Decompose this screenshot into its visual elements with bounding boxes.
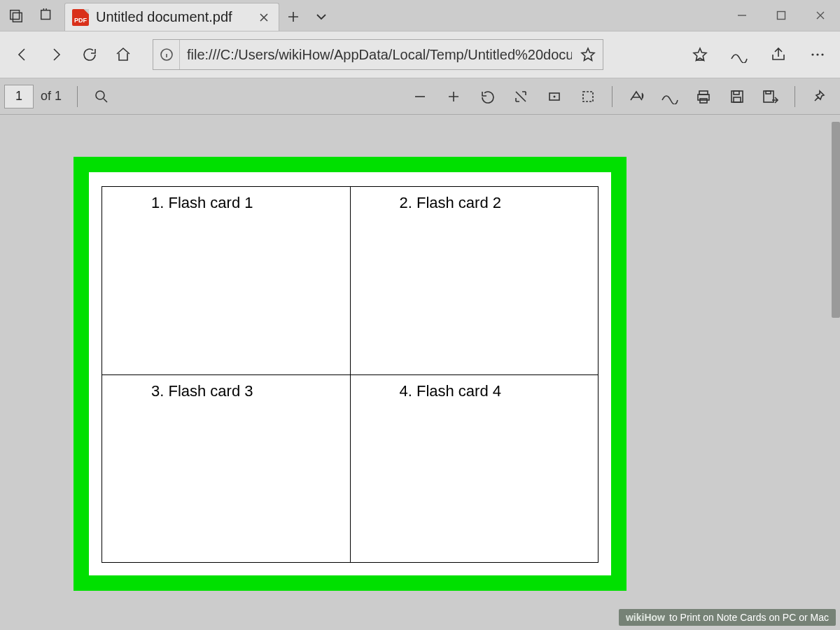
svg-point-7 bbox=[821, 53, 823, 55]
pdf-page: 1. Flash card 1 2. Flash card 2 3. Flash… bbox=[89, 172, 611, 575]
set-aside-tabs-icon[interactable] bbox=[4, 4, 28, 27]
wikihow-watermark: wikiHow to Print on Note Cards on PC or … bbox=[619, 609, 836, 626]
home-button[interactable] bbox=[106, 38, 140, 71]
svg-rect-11 bbox=[583, 92, 593, 102]
notes-icon[interactable] bbox=[722, 38, 756, 71]
vertical-scrollbar[interactable] bbox=[832, 122, 840, 318]
svg-point-6 bbox=[816, 53, 818, 55]
svg-rect-19 bbox=[766, 91, 771, 94]
address-bar-row: file:///C:/Users/wikiHow/AppData/Local/T… bbox=[0, 31, 840, 78]
forward-button[interactable] bbox=[39, 38, 73, 71]
divider bbox=[612, 86, 612, 107]
favorite-star-icon[interactable] bbox=[572, 46, 603, 63]
svg-rect-3 bbox=[778, 12, 785, 20]
window-minimize-button[interactable] bbox=[722, 0, 762, 31]
svg-rect-17 bbox=[734, 97, 741, 102]
address-bar[interactable]: file:///C:/Users/wikiHow/AppData/Local/T… bbox=[153, 39, 603, 70]
page-count-label: of 1 bbox=[41, 89, 62, 104]
pdf-viewer[interactable]: 1. Flash card 1 2. Flash card 2 3. Flash… bbox=[0, 115, 840, 630]
svg-rect-0 bbox=[10, 10, 20, 20]
draw-icon[interactable] bbox=[653, 83, 687, 111]
new-tab-button[interactable] bbox=[279, 3, 307, 31]
print-icon[interactable] bbox=[687, 83, 720, 111]
window-close-button[interactable] bbox=[801, 0, 840, 31]
flash-card-cell: 2. Flash card 2 bbox=[350, 187, 598, 375]
more-menu-icon[interactable] bbox=[801, 38, 834, 71]
search-icon[interactable] bbox=[85, 83, 118, 111]
zoom-in-icon[interactable] bbox=[437, 83, 470, 111]
svg-rect-18 bbox=[764, 91, 774, 102]
tab-title: Untitled document.pdf bbox=[96, 9, 232, 25]
pdf-file-icon: PDF bbox=[72, 9, 89, 26]
watermark-text: to Print on Note Cards on PC or Mac bbox=[669, 612, 829, 623]
annotation-highlight: 1. Flash card 1 2. Flash card 2 3. Flash… bbox=[74, 157, 626, 591]
site-info-icon[interactable] bbox=[153, 40, 180, 69]
divider bbox=[77, 86, 78, 107]
svg-point-5 bbox=[811, 53, 813, 55]
fit-width-icon[interactable] bbox=[538, 83, 571, 111]
rotate-icon[interactable] bbox=[470, 83, 504, 111]
refresh-button[interactable] bbox=[73, 38, 106, 71]
flash-card-grid: 1. Flash card 1 2. Flash card 2 3. Flash… bbox=[102, 186, 598, 563]
back-button[interactable] bbox=[6, 38, 39, 71]
tab-menu-chevron-icon[interactable] bbox=[307, 3, 335, 31]
flash-card-cell: 3. Flash card 3 bbox=[102, 374, 351, 563]
show-tabs-icon[interactable] bbox=[35, 4, 59, 27]
reading-list-icon[interactable] bbox=[683, 38, 717, 71]
svg-rect-14 bbox=[700, 99, 707, 103]
pin-toolbar-icon[interactable] bbox=[802, 83, 836, 111]
share-icon[interactable] bbox=[762, 38, 795, 71]
page-number-input[interactable] bbox=[4, 85, 34, 108]
svg-rect-16 bbox=[734, 91, 739, 94]
svg-point-10 bbox=[554, 95, 556, 97]
svg-point-8 bbox=[96, 91, 104, 99]
fit-page-icon[interactable] bbox=[504, 83, 538, 111]
svg-rect-2 bbox=[41, 10, 50, 20]
url-text[interactable]: file:///C:/Users/wikiHow/AppData/Local/T… bbox=[180, 47, 572, 63]
pdf-toolbar: of 1 bbox=[0, 78, 840, 115]
zoom-out-icon[interactable] bbox=[403, 83, 437, 111]
svg-rect-1 bbox=[13, 13, 22, 22]
save-icon[interactable] bbox=[720, 83, 754, 111]
page-view-icon[interactable] bbox=[571, 83, 605, 111]
flash-card-cell: 4. Flash card 4 bbox=[350, 374, 598, 563]
watermark-brand: wikiHow bbox=[626, 612, 665, 623]
close-tab-icon[interactable] bbox=[259, 13, 269, 22]
browser-tab[interactable]: PDF Untitled document.pdf bbox=[64, 3, 279, 31]
title-tab-bar: PDF Untitled document.pdf bbox=[0, 0, 840, 31]
flash-card-cell: 1. Flash card 1 bbox=[102, 187, 351, 375]
save-as-icon[interactable] bbox=[754, 83, 788, 111]
window-maximize-button[interactable] bbox=[762, 0, 801, 31]
divider bbox=[794, 86, 795, 107]
read-aloud-icon[interactable] bbox=[620, 83, 653, 111]
